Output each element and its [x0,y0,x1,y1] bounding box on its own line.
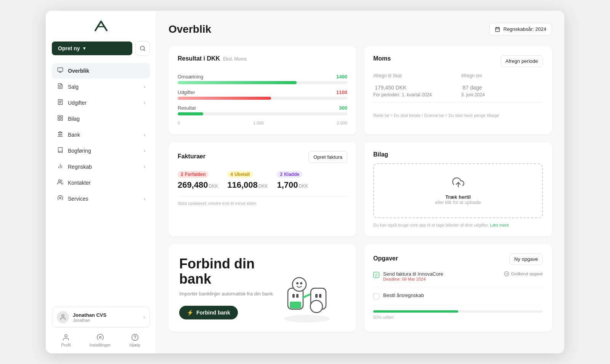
opgave-text-2: Bestil årsregnskab [383,292,543,298]
monitor-icon [56,67,64,75]
user-card[interactable]: Jonathan CVS Jonathan › [52,307,150,327]
sidebar-item-bilag[interactable]: Bilag [52,111,150,126]
moms-skat-label: Afregn til Skat [373,73,455,78]
moms-card: Moms Afregn periode Afregn til Skat 179,… [364,46,552,134]
faktura-updated: Sidst opdateret: mindre end ét minut sid… [178,196,347,206]
faktura-stats: 2 Forfalden 269,480DKK 4 Ubetalt [178,171,347,190]
opret-faktura-button[interactable]: Opret faktura [308,151,347,163]
sidebar-item-label: Bilag [68,116,80,122]
forbind-bank-button[interactable]: ⚡ Forbind bank [179,306,238,319]
progress-bar-track [373,310,543,313]
opgave-item-2: Bestil årsregnskab [373,292,543,305]
fiscal-year-button[interactable]: Regnskabsår: 2024 [489,23,552,35]
opgave-name-1: Send faktura til InnovaCore [383,271,500,277]
sidebar-item-label: Salg [68,84,79,90]
svg-rect-38 [296,294,299,298]
svg-rect-39 [290,302,301,308]
svg-point-23 [58,180,60,182]
bank-illustration [265,265,349,332]
moms-note-section: Røde tal = Du skal betale / Grønne tal =… [373,102,543,118]
bilag-card: Bilag Træk hertil eller klik for at uplo… [364,142,552,236]
bank-icon [56,131,64,139]
svg-point-45 [296,282,299,284]
hjaelp-icon [131,334,139,341]
opgave-action-1[interactable]: Godkend opgave [504,271,543,276]
svg-rect-2 [58,68,63,71]
svg-rect-13 [58,118,60,120]
chevron-down-icon: › [143,315,145,320]
bottom-nav-hjaelp[interactable]: Hjælp [130,334,141,347]
profil-icon [62,334,70,341]
axis-labels: 0 1.000 2.000 [178,121,347,125]
bilag-note-link[interactable]: Læs mere [490,223,509,227]
bilag-upload-text: Træk hertil [382,194,535,200]
sidebar-actions: Opret ny ▾ [52,41,150,56]
resultat-value: 300 [339,105,347,111]
sidebar-item-udgifter[interactable]: Udgifter › [52,95,150,110]
axis-2000: 2.000 [337,121,347,125]
axis-0: 0 [178,121,180,125]
bilag-upload-area[interactable]: Træk hertil eller klik for at uploade [373,163,543,218]
sidebar-item-bogforing[interactable]: Bogføring › [52,143,150,158]
sidebar-item-bank[interactable]: Bank › [52,127,150,142]
opgave-name-2: Bestil årsregnskab [383,292,543,298]
cards-grid: Resultat i DKK Eksl. Moms Omsætning 1400… [169,46,552,332]
sidebar-item-label: Udgifter [68,100,87,106]
create-button[interactable]: Opret ny ▾ [52,42,132,55]
svg-rect-30 [496,27,500,32]
svg-point-25 [62,315,64,317]
search-button[interactable] [135,41,150,56]
sidebar-item-salg[interactable]: Salg › [52,79,150,94]
sidebar-item-services[interactable]: Services › [52,191,150,206]
sidebar-item-kontakter[interactable]: Kontakter [52,175,150,190]
create-button-label: Opret ny [58,45,80,51]
udgifter-row: Udgifter 1100 [178,89,347,100]
chevron-right-icon: › [144,148,145,153]
page-title: Overblik [169,23,211,35]
opgave-checkbox-1[interactable]: ✓ [373,272,379,278]
axis-1000: 1.000 [253,121,264,125]
nav-list: Overblik Salg › Udgifter › Bila [52,63,150,207]
users-icon [56,179,64,187]
udgifter-value: 1100 [336,89,347,95]
moms-om-label: Afregn om [461,73,543,78]
sidebar-item-overblik[interactable]: Overblik [52,63,150,78]
bilag-upload-sub: eller klik for at uploade [382,200,535,205]
moms-days: 87dage [461,80,543,92]
sidebar-item-regnskab[interactable]: Regnskab › [52,159,150,174]
moms-grid: Afregn til Skat 179,450DKK For perioden:… [373,73,543,97]
forfalden-badge: 2 Forfalden [178,171,209,178]
resultat-label: Resultat [178,105,196,111]
resultat-card: Resultat i DKK Eksl. Moms Omsætning 1400… [169,46,356,134]
book-icon [56,147,64,155]
ny-opgave-button[interactable]: Ny opgave [509,253,543,265]
kladde-badge: 2 Kladde [277,171,302,178]
omsaetning-label: Omsætning [178,74,203,80]
bottom-nav-indstillinger-label: Indstillinger [90,343,111,347]
settings-icon [56,195,64,203]
opgave-checkbox-2[interactable] [373,293,379,299]
user-info: Jonathan CVS Jonathan [73,312,140,322]
sidebar: Opret ny ▾ Overblik Salg › [46,11,156,353]
svg-rect-41 [315,294,318,298]
chevron-down-icon: ▾ [83,46,85,51]
progress-label: 50% udført [373,315,543,319]
bottom-nav-indstillinger[interactable]: Indstillinger [90,334,111,347]
moms-note: Røde tal = Du skal betale / Grønne tal =… [373,113,543,118]
afregn-period-button[interactable]: Afregn periode [501,55,543,67]
faktura-kladde: 2 Kladde 1,700DKK [277,171,308,190]
svg-point-46 [300,282,302,284]
svg-point-43 [292,278,306,291]
file-text-icon [56,83,64,91]
svg-point-26 [65,335,67,337]
moms-date: 3. juni 2024 [461,92,543,97]
omsaetning-row: Omsætning 1400 [178,74,347,84]
sidebar-bottom: Jonathan CVS Jonathan › Profil Indstilli… [52,307,150,347]
bottom-nav-profil[interactable]: Profil [61,334,71,347]
calendar-icon [495,27,500,32]
forbind-bank-label: Forbind bank [196,310,230,316]
opgave-deadline-1: Deadline: 06 Mar 2024 [383,277,500,281]
moms-title: Moms [373,55,391,62]
plug-icon: ⚡ [187,310,193,316]
opgave-action-label-1: Godkend opgave [511,271,543,276]
